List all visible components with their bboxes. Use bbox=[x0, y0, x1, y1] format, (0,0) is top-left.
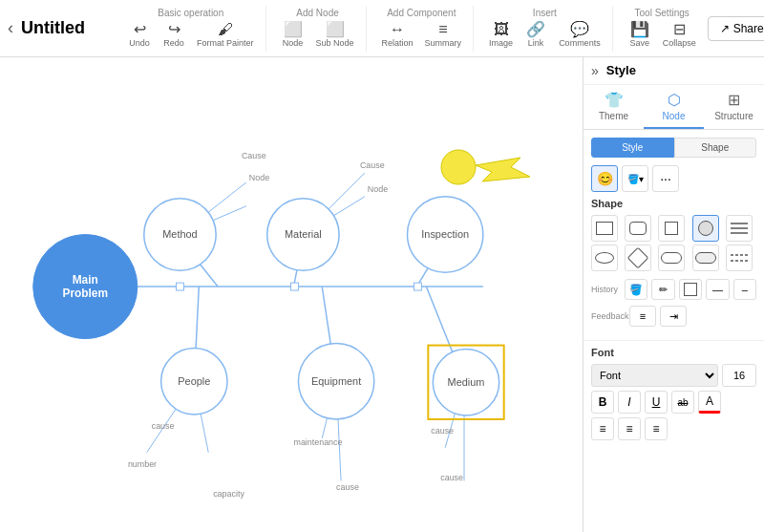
align-right-button[interactable]: ≡ bbox=[645, 417, 668, 440]
shape-ellipse-icon bbox=[595, 252, 614, 264]
redo-label: Redo bbox=[163, 38, 184, 48]
bold-button[interactable]: B bbox=[591, 391, 614, 414]
underline-button[interactable]: U bbox=[645, 391, 668, 414]
history-row: History 🪣 ✏ — – bbox=[591, 279, 756, 300]
italic-button[interactable]: I bbox=[618, 391, 641, 414]
comments-label: Comments bbox=[559, 38, 601, 48]
comments-button[interactable]: 💬 Comments bbox=[555, 20, 605, 50]
svg-text:Node: Node bbox=[249, 173, 269, 182]
shape-lines2-icon bbox=[729, 247, 750, 268]
undo-button[interactable]: ↩ Undo bbox=[124, 20, 155, 50]
font-size-input[interactable] bbox=[722, 364, 756, 387]
right-panel: » Style 👕 Theme ⬡ Node ⊞ Structure Style bbox=[583, 57, 764, 532]
fill-color-btn[interactable]: 🪣 bbox=[625, 279, 647, 300]
image-label: Image bbox=[489, 38, 513, 48]
strikethrough-button[interactable]: ab bbox=[671, 391, 694, 414]
fill-color-button[interactable]: 🪣▾ bbox=[622, 165, 648, 192]
structure-label: Structure bbox=[714, 111, 753, 121]
svg-text:Material: Material bbox=[285, 228, 322, 240]
add-node-buttons: ⬜ Node ⬜ Sub Node bbox=[278, 20, 358, 50]
svg-text:Method: Method bbox=[162, 228, 197, 240]
style-icon-row: 😊 🪣▾ ··· bbox=[591, 165, 756, 192]
group-label-add-component: Add Component bbox=[387, 8, 456, 18]
format-painter-icon: 🖌 bbox=[218, 22, 233, 37]
toolbar-group-add-component: Add Component ↔ Relation ≡ Summary bbox=[371, 6, 475, 52]
emoji-button[interactable]: 😊 bbox=[591, 165, 618, 192]
svg-text:Inspection: Inspection bbox=[421, 228, 469, 240]
save-button[interactable]: 💾 Save bbox=[625, 20, 655, 50]
shape-pill-icon bbox=[695, 252, 716, 264]
style-sub-tab-style[interactable]: Style bbox=[591, 138, 674, 158]
svg-text:number: number bbox=[128, 459, 157, 469]
dash-btn[interactable]: — bbox=[706, 279, 729, 300]
node-tab-label: Node bbox=[663, 111, 686, 121]
shape-lines1-button[interactable] bbox=[726, 215, 753, 242]
collapse-button[interactable]: ⊟ Collapse bbox=[659, 20, 700, 50]
shape-rect-button[interactable] bbox=[591, 215, 618, 242]
shape-lines1-icon bbox=[729, 218, 750, 239]
insert-buttons: 🖼 Image 🔗 Link 💬 Comments bbox=[485, 20, 605, 50]
tab-node[interactable]: ⬡ Node bbox=[644, 85, 704, 129]
image-button[interactable]: 🖼 Image bbox=[485, 20, 517, 50]
box-color-btn[interactable] bbox=[679, 279, 702, 300]
shape-diamond-button[interactable] bbox=[625, 245, 651, 271]
history-label: History bbox=[591, 285, 621, 294]
more-button[interactable]: ··· bbox=[652, 165, 679, 192]
summary-label: Summary bbox=[425, 38, 462, 48]
diagram-canvas[interactable]: Main Problem Method Material Inspection … bbox=[0, 57, 583, 532]
align-left-button[interactable]: ≡ bbox=[591, 417, 614, 440]
sub-node-label: Sub Node bbox=[316, 38, 354, 48]
font-select[interactable]: Font bbox=[591, 364, 718, 387]
share-button[interactable]: ↗ Share bbox=[708, 16, 764, 41]
link-button[interactable]: 🔗 Link bbox=[520, 20, 551, 50]
toolbar: Basic operation ↩ Undo ↪ Redo 🖌 Format P… bbox=[117, 6, 708, 52]
shape-pill-button[interactable] bbox=[692, 245, 719, 271]
format-painter-label: Format Painter bbox=[197, 38, 254, 48]
summary-icon: ≡ bbox=[438, 22, 447, 37]
font-section-label: Font bbox=[591, 341, 756, 358]
back-button[interactable]: ‹ bbox=[8, 18, 13, 38]
shape-stadium-button[interactable] bbox=[658, 245, 685, 271]
pen-btn[interactable]: ✏ bbox=[651, 279, 674, 300]
collapse-icon: ⊟ bbox=[673, 22, 686, 37]
shape-lines2-button[interactable] bbox=[726, 245, 753, 271]
format-painter-button[interactable]: 🖌 Format Painter bbox=[193, 20, 258, 50]
panel-toggle-button[interactable]: » bbox=[591, 63, 599, 78]
shape-round-rect-button[interactable] bbox=[625, 215, 651, 242]
shape-stadium-icon bbox=[661, 252, 682, 264]
panel-title: Style bbox=[606, 63, 636, 78]
shape-round-rect-icon bbox=[629, 222, 647, 235]
svg-text:Problem: Problem bbox=[62, 287, 108, 300]
summary-button[interactable]: ≡ Summary bbox=[421, 20, 466, 50]
add-component-buttons: ↔ Relation ≡ Summary bbox=[378, 20, 466, 50]
align-center-button[interactable]: ≡ bbox=[618, 417, 641, 440]
header: ‹ Untitled Basic operation ↩ Undo ↪ Redo… bbox=[0, 0, 764, 57]
redo-icon: ↪ bbox=[168, 22, 180, 37]
group-label-basic: Basic operation bbox=[158, 8, 223, 18]
group-label-add-node: Add Node bbox=[296, 8, 338, 18]
node-button[interactable]: ⬜ Node bbox=[278, 20, 308, 50]
sub-node-icon: ⬜ bbox=[326, 22, 345, 37]
list1-btn[interactable]: ≡ bbox=[629, 306, 656, 327]
tab-structure[interactable]: ⊞ Structure bbox=[704, 85, 764, 129]
save-label: Save bbox=[629, 38, 649, 48]
sub-node-button[interactable]: ⬜ Sub Node bbox=[312, 20, 358, 50]
dash2-btn[interactable]: – bbox=[733, 279, 756, 300]
shape-ellipse-button[interactable] bbox=[591, 245, 618, 271]
theme-label: Theme bbox=[599, 111, 628, 121]
style-sub-tab-shape[interactable]: Shape bbox=[674, 138, 757, 158]
relation-button[interactable]: ↔ Relation bbox=[378, 20, 417, 50]
group-label-tool-settings: Tool Settings bbox=[635, 8, 690, 18]
indent-btn[interactable]: ⇥ bbox=[660, 306, 687, 327]
shape-wide-rect-button[interactable] bbox=[658, 215, 685, 242]
share-label: Share bbox=[733, 22, 764, 35]
font-color-button[interactable]: A bbox=[698, 391, 721, 414]
svg-rect-17 bbox=[176, 283, 183, 290]
toolbar-group-tool-settings: Tool Settings 💾 Save ⊟ Collapse bbox=[617, 6, 708, 52]
shape-grid bbox=[591, 215, 756, 271]
tab-theme[interactable]: 👕 Theme bbox=[584, 85, 644, 129]
basic-buttons: ↩ Undo ↪ Redo 🖌 Format Painter bbox=[124, 20, 258, 50]
shape-circle-button[interactable] bbox=[692, 215, 719, 242]
font-style-row: B I U ab A bbox=[591, 391, 756, 414]
redo-button[interactable]: ↪ Redo bbox=[159, 20, 189, 50]
